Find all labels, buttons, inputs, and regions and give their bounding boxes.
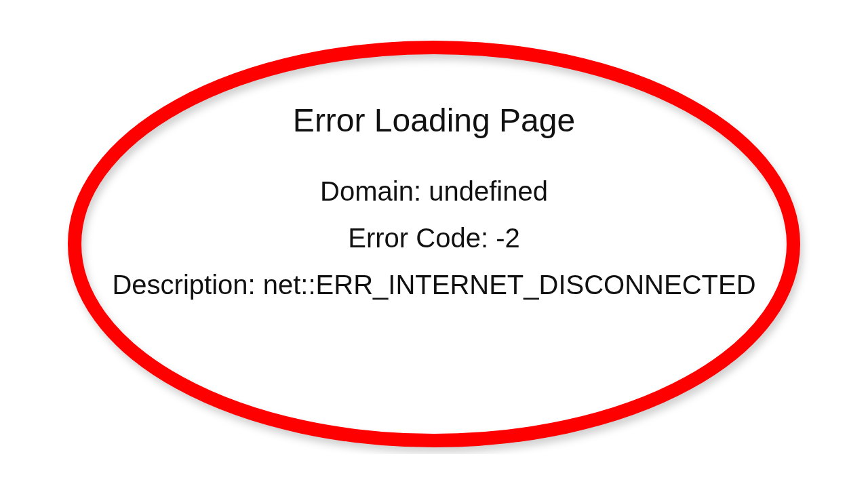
error-title: Error Loading Page: [293, 102, 575, 139]
error-description-line: Description: net::ERR_INTERNET_DISCONNEC…: [112, 270, 755, 300]
error-code-line: Error Code: -2: [348, 223, 519, 253]
error-loading-page-panel: Error Loading Page Domain: undefined Err…: [58, 34, 810, 454]
error-domain-line: Domain: undefined: [320, 176, 548, 207]
